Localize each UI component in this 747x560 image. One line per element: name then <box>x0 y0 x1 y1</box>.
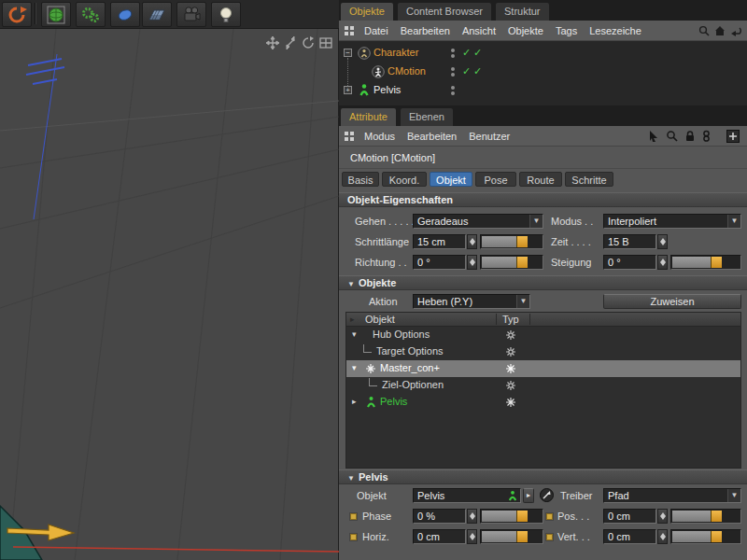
zuweisen-button[interactable]: Zuweisen <box>603 294 741 309</box>
menu-objekte[interactable]: Objekte <box>508 25 543 36</box>
viewport-canvas[interactable] <box>0 28 339 560</box>
pos-spinner[interactable] <box>657 509 668 524</box>
tab-struktur[interactable]: Struktur <box>496 3 549 21</box>
camera-tool-icon[interactable] <box>176 2 206 27</box>
tab-objekte[interactable]: Objekte <box>341 3 393 21</box>
lock-icon[interactable] <box>684 130 696 142</box>
objekt-link-field[interactable]: Pelvis <box>413 488 521 503</box>
tab-content-browser[interactable]: Content Browser <box>398 3 491 21</box>
tab-schritte[interactable]: Schritte <box>565 172 613 187</box>
tree-label[interactable]: Pelvis <box>374 84 401 95</box>
panel-menu-icon[interactable] <box>345 132 354 141</box>
link-menu-button[interactable]: ▸ <box>523 488 534 503</box>
table-row-hub-options[interactable]: ▾ Hub Options <box>346 327 740 343</box>
phase-spinner[interactable] <box>467 509 477 524</box>
visibility-dots-icon[interactable] <box>451 49 455 58</box>
gehen-dropdown[interactable]: Geradeaus ▼ <box>413 214 543 229</box>
modeling-gears-tool-icon[interactable] <box>76 2 106 27</box>
menu-ansicht[interactable]: Ansicht <box>462 25 496 36</box>
vert-checkbox[interactable] <box>545 533 554 541</box>
enabled-check-icon[interactable]: ✓ <box>462 65 471 77</box>
tab-attribute[interactable]: Attribute <box>341 108 396 126</box>
pos-slider[interactable] <box>670 509 741 524</box>
pick-object-icon[interactable] <box>540 488 554 502</box>
zeit-spinner[interactable] <box>657 234 668 249</box>
tree-label[interactable]: Charakter <box>374 47 418 58</box>
horiz-slider[interactable] <box>480 529 543 544</box>
aktion-dropdown[interactable]: Heben (P.Y) ▼ <box>413 294 530 309</box>
menu-bearbeiten[interactable]: Bearbeiten <box>401 25 450 36</box>
phase-field[interactable]: 0 % <box>413 509 466 524</box>
back-arrow-icon[interactable] <box>730 25 741 36</box>
pos-checkbox[interactable] <box>545 512 554 521</box>
table-row-pelvis[interactable]: ▸ Pelvis <box>346 394 740 411</box>
menu-benutzer[interactable]: Benutzer <box>469 131 510 142</box>
enabled-check-icon[interactable]: ✓ <box>473 47 482 59</box>
light-tool-icon[interactable] <box>211 2 241 27</box>
richtung-spinner[interactable] <box>467 255 477 270</box>
menu-lesezeichen[interactable]: Lesezeiche <box>589 25 641 36</box>
modus-dropdown[interactable]: Interpoliert ▼ <box>603 214 741 229</box>
table-row-ziel-optionen[interactable]: Ziel-Optionen <box>346 377 740 394</box>
menu-tags[interactable]: Tags <box>556 25 577 36</box>
pos-field[interactable]: 0 cm <box>603 509 656 524</box>
tab-route[interactable]: Route <box>519 172 562 187</box>
tree-row-charakter[interactable]: − Charakter ✓ ✓ <box>339 44 747 63</box>
link-icon[interactable] <box>701 130 712 142</box>
pan-view-icon[interactable] <box>265 35 279 49</box>
properties-section-header[interactable]: Objekt-Eigenschaften <box>339 192 747 207</box>
tab-koord[interactable]: Koord. <box>382 172 427 187</box>
tab-objekt[interactable]: Objekt <box>430 172 472 187</box>
visibility-dots-icon[interactable] <box>451 86 455 95</box>
vert-slider[interactable] <box>670 529 741 544</box>
vert-spinner[interactable] <box>657 529 668 544</box>
treiber-dropdown[interactable]: Pfad ▼ <box>603 488 741 503</box>
steigung-spinner[interactable] <box>657 255 668 270</box>
richtung-slider[interactable] <box>480 255 543 270</box>
enabled-check-icon[interactable]: ✓ <box>462 47 471 59</box>
phase-checkbox[interactable] <box>349 512 358 521</box>
search-icon[interactable] <box>698 25 710 36</box>
schrittlaenge-slider[interactable] <box>480 234 543 249</box>
pointer-arrow-icon[interactable] <box>648 130 659 142</box>
horiz-field[interactable]: 0 cm <box>413 529 466 544</box>
enabled-check-icon[interactable]: ✓ <box>473 65 482 77</box>
add-panel-icon[interactable] <box>726 130 740 143</box>
schrittlaenge-field[interactable]: 15 cm <box>413 234 466 249</box>
tab-pose[interactable]: Pose <box>475 172 516 187</box>
collapse-triangle-icon[interactable]: ▸ <box>350 315 355 324</box>
plane-tool-icon[interactable] <box>142 2 172 27</box>
rotate-tool-icon[interactable] <box>2 2 32 27</box>
viewport[interactable] <box>0 0 339 560</box>
visibility-dots-icon[interactable] <box>451 67 455 77</box>
dolly-view-icon[interactable] <box>283 35 297 49</box>
objekte-section-header[interactable]: ▼Objekte <box>339 275 747 290</box>
panel-menu-icon[interactable] <box>345 26 354 35</box>
richtung-field[interactable]: 0 ° <box>413 255 466 270</box>
home-icon[interactable] <box>714 25 726 36</box>
tree-row-pelvis[interactable]: + Pelvis <box>339 81 747 100</box>
table-row-master-con-selected[interactable]: ▾ Master_con+ <box>346 360 740 377</box>
horiz-spinner[interactable] <box>467 529 477 544</box>
wire-sphere-tool-icon[interactable] <box>41 2 71 27</box>
zeit-field[interactable]: 15 B <box>603 234 656 249</box>
column-objekt[interactable]: Objekt <box>365 314 395 325</box>
vert-field[interactable]: 0 cm <box>603 529 656 544</box>
expand-icon[interactable]: + <box>344 86 352 94</box>
expanded-caret-icon[interactable]: ▾ <box>352 329 357 339</box>
table-row-target-options[interactable]: Target Options <box>346 343 740 360</box>
collapse-icon[interactable]: − <box>344 49 352 57</box>
tree-label[interactable]: CMotion <box>388 65 426 77</box>
schrittlaenge-spinner[interactable] <box>467 234 477 249</box>
tree-row-cmotion[interactable]: CMotion ✓ ✓ <box>339 63 747 81</box>
tab-ebenen[interactable]: Ebenen <box>401 108 453 126</box>
phase-slider[interactable] <box>480 509 543 524</box>
menu-bearbeiten[interactable]: Bearbeiten <box>407 131 457 142</box>
menu-modus[interactable]: Modus <box>364 131 395 142</box>
toggle-views-icon[interactable] <box>318 35 332 49</box>
pelvis-section-header[interactable]: ▼Pelvis <box>339 469 747 484</box>
steigung-slider[interactable] <box>670 255 741 270</box>
column-typ[interactable]: Typ <box>502 314 519 325</box>
search-icon[interactable] <box>666 130 678 142</box>
rotate-view-icon[interactable] <box>301 35 315 49</box>
